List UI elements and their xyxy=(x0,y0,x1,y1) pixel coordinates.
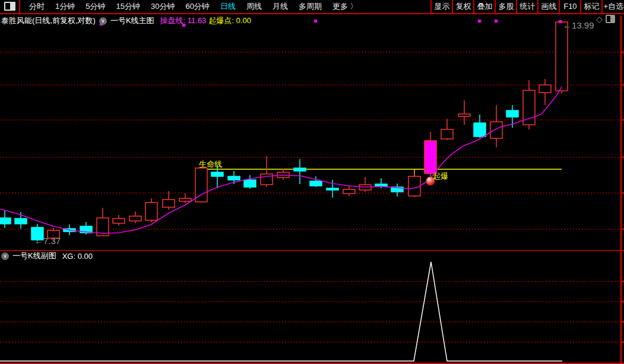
svg-text:起爆: 起爆 xyxy=(433,172,448,181)
menu-right: 显示复权叠加多股统计画线F10标记+自选 xyxy=(430,0,624,13)
sub-indicator-name: 一号K线副图 xyxy=(12,251,56,261)
menu-item-period-1[interactable]: 1分钟 xyxy=(50,0,80,13)
sub-metric: XG: 0.00 xyxy=(62,252,93,261)
toolbar-item-8[interactable]: +自选 xyxy=(601,0,624,13)
sub-chart-panel: ∨ 一号K线副图 XG: 0.00 xyxy=(0,249,624,364)
collapse-sub-indicator-icon[interactable]: ∨ xyxy=(1,252,9,260)
collapse-main-indicator-icon[interactable]: ∨ xyxy=(99,17,107,25)
diamond-icon[interactable]: ◇ xyxy=(596,15,603,23)
menu-item-period-3[interactable]: 15分钟 xyxy=(110,0,145,13)
main-metric-0: 操盘线: 11.63 xyxy=(160,16,207,25)
menu-item-period-2[interactable]: 5分钟 xyxy=(80,0,110,13)
menu-item-period-9[interactable]: 多周期 xyxy=(293,0,327,13)
main-chart-header: 泰胜风能(日线,前复权,对数) ∨ 一号K线主图 操盘线: 11.63起爆点: … xyxy=(1,15,251,26)
toolbar-item-1[interactable]: 复权 xyxy=(452,0,473,13)
toolbar-item-7[interactable]: 标记 xyxy=(580,0,601,13)
main-corner-icons: ◇ xyxy=(596,15,615,23)
menu-left: 分时1分钟5分钟15分钟30分钟60分钟日线周线月线多周期更多 〉 xyxy=(24,0,363,13)
menu-item-period-8[interactable]: 月线 xyxy=(267,0,293,13)
menu-item-period-6[interactable]: 日线 xyxy=(215,0,241,13)
menu-item-period-10[interactable]: 更多 〉 xyxy=(327,0,363,13)
svg-text:←13.99: ←13.99 xyxy=(563,20,594,30)
menu-bar: 分时1分钟5分钟15分钟30分钟60分钟日线周线月线多周期更多 〉 显示复权叠加… xyxy=(0,0,624,14)
sub-chart-header: ∨ 一号K线副图 XG: 0.00 xyxy=(1,251,93,261)
svg-text:生命线: 生命线 xyxy=(199,160,222,169)
main-metrics: 操盘线: 11.63起爆点: 0.00 xyxy=(158,15,251,26)
split-window-icon[interactable] xyxy=(606,15,615,23)
menu-item-period-4[interactable]: 30分钟 xyxy=(145,0,180,13)
toolbar-item-4[interactable]: 统计 xyxy=(516,0,537,13)
toolbar-item-3[interactable]: 多股 xyxy=(495,0,516,13)
main-chart-svg[interactable]: 生命线起爆←13.99←7.37 xyxy=(0,14,624,249)
toolbar-item-5[interactable]: 画线 xyxy=(537,0,559,13)
main-metric-1: 起爆点: 0.00 xyxy=(208,16,251,25)
sub-chart-svg[interactable] xyxy=(0,249,624,364)
panel-layout-icon[interactable] xyxy=(4,2,15,11)
menu-item-period-5[interactable]: 60分钟 xyxy=(180,0,214,13)
svg-text:←7.37: ←7.37 xyxy=(34,236,61,246)
menu-divider xyxy=(19,0,20,13)
main-indicator-name: 一号K线主图 xyxy=(110,15,154,26)
toolbar-item-0[interactable]: 显示 xyxy=(430,0,452,13)
main-chart-panel: 生命线起爆←13.99←7.37 泰胜风能(日线,前复权,对数) ∨ 一号K线主… xyxy=(0,14,624,249)
toolbar-item-2[interactable]: 叠加 xyxy=(473,0,495,13)
stock-title: 泰胜风能(日线,前复权,对数) xyxy=(1,15,96,26)
toolbar-item-6[interactable]: F10 xyxy=(559,0,580,13)
menu-item-period-7[interactable]: 周线 xyxy=(241,0,267,13)
menu-item-period-0[interactable]: 分时 xyxy=(24,0,50,13)
